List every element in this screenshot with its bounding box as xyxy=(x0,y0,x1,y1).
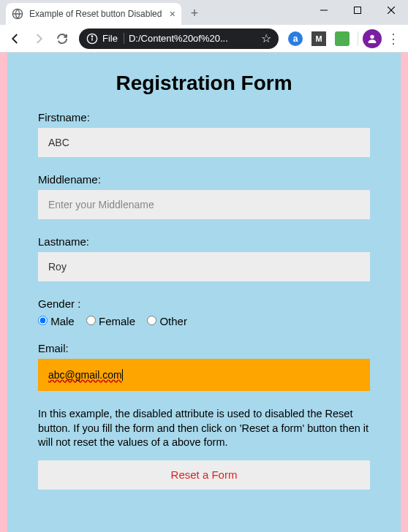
toolbar-divider xyxy=(358,31,358,46)
lastname-input[interactable] xyxy=(38,252,370,281)
gender-field: Gender : Male Female Other xyxy=(38,297,370,327)
tab-title: Example of Reset button Disabled xyxy=(29,9,165,19)
svg-point-8 xyxy=(370,34,374,38)
globe-icon xyxy=(12,8,23,20)
email-input[interactable]: abc@gmail.com xyxy=(38,359,370,391)
gender-radio-male[interactable] xyxy=(38,316,48,325)
reload-button[interactable] xyxy=(51,28,73,50)
back-button[interactable] xyxy=(4,28,26,50)
close-icon[interactable]: × xyxy=(170,8,175,20)
url-scheme: File xyxy=(102,33,124,44)
profile-avatar[interactable] xyxy=(363,29,382,48)
minimize-button[interactable] xyxy=(307,0,341,20)
middlename-label: Middlename: xyxy=(38,173,370,186)
text-caret xyxy=(122,369,123,381)
close-window-button[interactable] xyxy=(374,0,408,20)
browser-toolbar: File D:/Content%20of%20... ☆ a M ⋮ xyxy=(0,25,408,53)
lastname-label: Lastname: xyxy=(38,235,370,248)
browser-titlebar: Example of Reset button Disabled × + xyxy=(0,0,408,25)
firstname-input[interactable] xyxy=(38,128,370,157)
extension-a-icon[interactable]: a xyxy=(286,29,305,48)
maximize-button[interactable] xyxy=(341,0,374,20)
gender-radio-female[interactable] xyxy=(86,316,96,325)
page-viewport: Registration Form Firstname: Middlename:… xyxy=(0,53,408,532)
bookmark-icon[interactable]: ☆ xyxy=(261,31,271,45)
gender-radio-other[interactable] xyxy=(147,316,156,325)
gender-option-male[interactable]: Male xyxy=(38,315,75,327)
email-label: Email: xyxy=(38,342,370,354)
info-icon xyxy=(86,33,98,45)
email-value: abc@gmail.com xyxy=(48,369,122,381)
menu-button[interactable]: ⋮ xyxy=(383,31,404,47)
registration-form: Registration Form Firstname: Middlename:… xyxy=(7,53,401,532)
url-path: D:/Content%20of%20... xyxy=(129,33,257,44)
firstname-label: Firstname: xyxy=(38,111,370,123)
address-bar[interactable]: File D:/Content%20of%20... ☆ xyxy=(79,28,279,49)
page-title: Registration Form xyxy=(38,72,370,95)
svg-rect-2 xyxy=(355,7,361,14)
new-tab-button[interactable]: + xyxy=(184,3,205,23)
svg-point-7 xyxy=(91,36,92,37)
window-controls xyxy=(307,0,408,20)
extension-m-icon[interactable]: M xyxy=(309,29,328,48)
forward-button[interactable] xyxy=(28,28,50,50)
browser-tab[interactable]: Example of Reset button Disabled × xyxy=(6,3,181,25)
extension-g-icon[interactable] xyxy=(333,29,352,48)
gender-label: Gender : xyxy=(38,297,80,310)
gender-option-other[interactable]: Other xyxy=(147,315,187,327)
gender-option-female[interactable]: Female xyxy=(86,315,135,327)
description-text: In this example, the disabled attribute … xyxy=(38,407,370,450)
reset-button[interactable]: Reset a Form xyxy=(38,460,370,490)
middlename-input[interactable] xyxy=(38,190,370,219)
